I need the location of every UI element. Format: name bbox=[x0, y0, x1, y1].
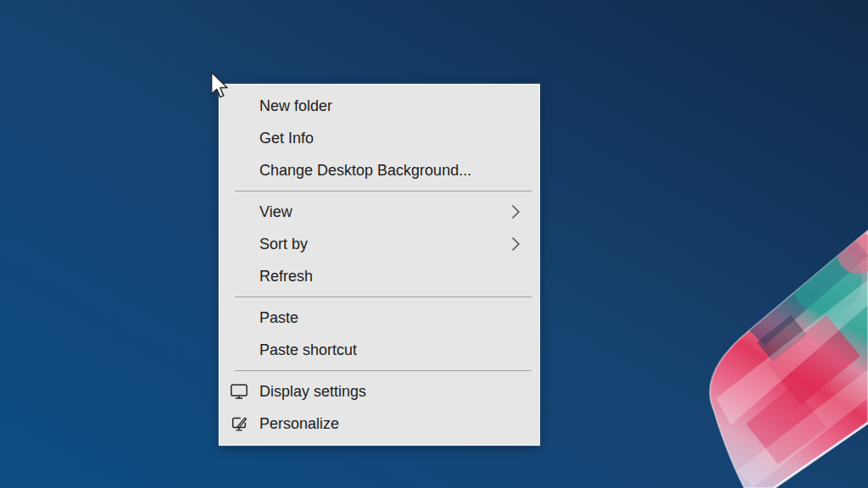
menu-item-refresh[interactable]: Refresh bbox=[220, 260, 539, 292]
menu-item-view[interactable]: View bbox=[220, 196, 539, 228]
menu-item-get-info[interactable]: Get Info bbox=[220, 122, 539, 154]
personalize-icon bbox=[229, 413, 249, 434]
menu-item-paste-shortcut[interactable]: Paste shortcut bbox=[220, 334, 539, 366]
menu-separator bbox=[235, 191, 531, 191]
desktop-background[interactable]: New folderGet InfoChange Desktop Backgro… bbox=[0, 0, 868, 488]
menu-item-new-folder[interactable]: New folder bbox=[220, 90, 539, 122]
menu-item-label: Personalize bbox=[259, 415, 339, 433]
chevron-right-icon bbox=[511, 204, 520, 219]
menu-item-display-settings[interactable]: Display settings bbox=[220, 375, 539, 408]
context-menu: New folderGet InfoChange Desktop Backgro… bbox=[219, 84, 540, 446]
menu-separator bbox=[235, 297, 531, 297]
glass-prism-body bbox=[709, 230, 868, 488]
menu-item-change-desktop-background[interactable]: Change Desktop Background... bbox=[220, 154, 539, 186]
display-settings-icon bbox=[229, 381, 249, 402]
menu-item-label: Paste bbox=[259, 309, 298, 327]
menu-item-label: Change Desktop Background... bbox=[259, 162, 471, 180]
menu-separator bbox=[235, 370, 531, 371]
menu-item-label: Get Info bbox=[259, 130, 314, 147]
menu-item-paste[interactable]: Paste bbox=[220, 302, 539, 334]
menu-item-label: View bbox=[259, 203, 292, 221]
menu-item-personalize[interactable]: Personalize bbox=[220, 408, 539, 440]
menu-item-label: Sort by bbox=[259, 236, 308, 253]
menu-item-label: Refresh bbox=[259, 268, 313, 286]
menu-item-sort-by[interactable]: Sort by bbox=[220, 228, 539, 260]
menu-item-label: Paste shortcut bbox=[259, 341, 357, 359]
chevron-right-icon bbox=[511, 236, 520, 252]
menu-item-label: New folder bbox=[259, 97, 332, 115]
menu-item-label: Display settings bbox=[259, 383, 366, 401]
